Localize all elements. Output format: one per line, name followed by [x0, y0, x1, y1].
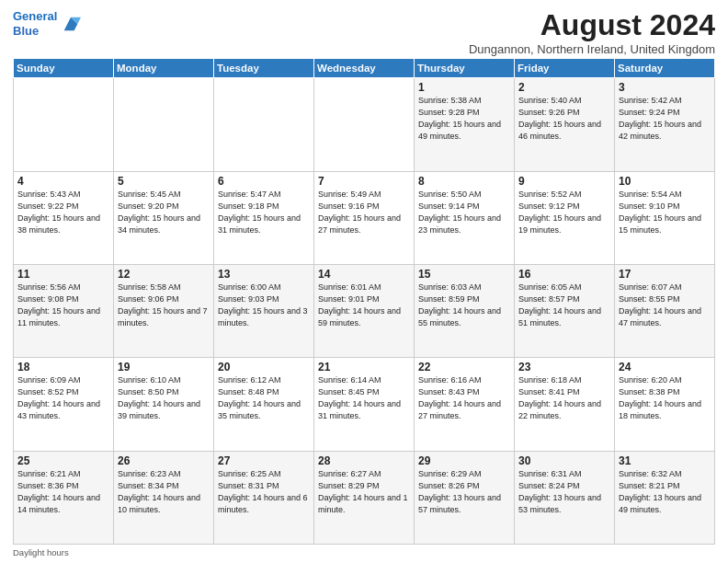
- day-info: Sunrise: 6:10 AM Sunset: 8:50 PM Dayligh…: [118, 374, 210, 422]
- day-info: Sunrise: 6:00 AM Sunset: 9:03 PM Dayligh…: [218, 282, 310, 329]
- day-info: Sunrise: 6:16 AM Sunset: 8:43 PM Dayligh…: [418, 374, 510, 422]
- calendar-cell: 22Sunrise: 6:16 AM Sunset: 8:43 PM Dayli…: [415, 358, 515, 451]
- day-number: 16: [518, 268, 610, 281]
- day-number: 3: [619, 81, 711, 94]
- calendar-week-row: 25Sunrise: 6:21 AM Sunset: 8:36 PM Dayli…: [14, 451, 715, 544]
- calendar-cell: 23Sunrise: 6:18 AM Sunset: 8:41 PM Dayli…: [515, 358, 615, 451]
- calendar-cell: 12Sunrise: 5:58 AM Sunset: 9:06 PM Dayli…: [114, 264, 214, 357]
- calendar-cell: 21Sunrise: 6:14 AM Sunset: 8:45 PM Dayli…: [314, 358, 415, 451]
- day-number: 9: [518, 175, 610, 188]
- day-info: Sunrise: 6:25 AM Sunset: 8:31 PM Dayligh…: [218, 468, 310, 516]
- calendar-cell: 19Sunrise: 6:10 AM Sunset: 8:50 PM Dayli…: [114, 358, 214, 451]
- day-info: Sunrise: 6:23 AM Sunset: 8:34 PM Dayligh…: [118, 468, 210, 516]
- day-info: Sunrise: 6:12 AM Sunset: 8:48 PM Dayligh…: [218, 374, 310, 422]
- day-info: Sunrise: 5:47 AM Sunset: 9:18 PM Dayligh…: [218, 189, 310, 236]
- calendar-cell: 13Sunrise: 6:00 AM Sunset: 9:03 PM Dayli…: [214, 264, 314, 357]
- footer-note: Daylight hours: [13, 547, 715, 557]
- calendar-week-row: 18Sunrise: 6:09 AM Sunset: 8:52 PM Dayli…: [14, 358, 715, 451]
- day-number: 20: [218, 361, 310, 373]
- day-number: 8: [418, 175, 510, 188]
- day-info: Sunrise: 6:14 AM Sunset: 8:45 PM Dayligh…: [318, 374, 410, 422]
- day-number: 24: [619, 361, 711, 373]
- day-info: Sunrise: 6:18 AM Sunset: 8:41 PM Dayligh…: [518, 374, 610, 422]
- day-number: 12: [118, 268, 210, 281]
- day-info: Sunrise: 6:32 AM Sunset: 8:21 PM Dayligh…: [619, 468, 711, 516]
- day-info: Sunrise: 5:43 AM Sunset: 9:22 PM Dayligh…: [17, 189, 109, 236]
- calendar-cell: 17Sunrise: 6:07 AM Sunset: 8:55 PM Dayli…: [615, 264, 715, 357]
- calendar-cell: [114, 78, 214, 171]
- calendar-cell: 25Sunrise: 6:21 AM Sunset: 8:36 PM Dayli…: [14, 451, 114, 544]
- day-number: 19: [118, 361, 210, 373]
- day-number: 17: [619, 268, 711, 281]
- day-info: Sunrise: 5:58 AM Sunset: 9:06 PM Dayligh…: [118, 282, 210, 329]
- day-number: 15: [418, 268, 510, 281]
- day-info: Sunrise: 5:56 AM Sunset: 9:08 PM Dayligh…: [17, 282, 109, 329]
- calendar-day-header: Saturday: [615, 59, 715, 78]
- day-number: 28: [318, 454, 410, 467]
- calendar-cell: 1Sunrise: 5:38 AM Sunset: 9:28 PM Daylig…: [415, 78, 515, 171]
- calendar-header-row: SundayMondayTuesdayWednesdayThursdayFrid…: [14, 59, 715, 78]
- page: General Blue August 2024 Dungannon, Nort…: [0, 0, 728, 563]
- calendar-cell: 5Sunrise: 5:45 AM Sunset: 9:20 PM Daylig…: [114, 171, 214, 264]
- calendar-week-row: 1Sunrise: 5:38 AM Sunset: 9:28 PM Daylig…: [14, 78, 715, 171]
- day-info: Sunrise: 6:07 AM Sunset: 8:55 PM Dayligh…: [619, 282, 711, 329]
- day-info: Sunrise: 6:31 AM Sunset: 8:24 PM Dayligh…: [518, 468, 610, 516]
- calendar-cell: 20Sunrise: 6:12 AM Sunset: 8:48 PM Dayli…: [214, 358, 314, 451]
- calendar-cell: 18Sunrise: 6:09 AM Sunset: 8:52 PM Dayli…: [14, 358, 114, 451]
- day-number: 26: [118, 454, 210, 467]
- calendar-cell: 29Sunrise: 6:29 AM Sunset: 8:26 PM Dayli…: [415, 451, 515, 544]
- calendar-day-header: Thursday: [415, 59, 515, 78]
- calendar-day-header: Tuesday: [214, 59, 314, 78]
- day-number: 29: [418, 454, 510, 467]
- calendar-day-header: Wednesday: [314, 59, 415, 78]
- day-number: 18: [17, 361, 109, 373]
- calendar-cell: 27Sunrise: 6:25 AM Sunset: 8:31 PM Dayli…: [214, 451, 314, 544]
- day-number: 25: [17, 454, 109, 467]
- calendar-cell: 16Sunrise: 6:05 AM Sunset: 8:57 PM Dayli…: [515, 264, 615, 357]
- day-info: Sunrise: 6:27 AM Sunset: 8:29 PM Dayligh…: [318, 468, 410, 516]
- calendar-cell: [214, 78, 314, 171]
- day-number: 14: [318, 268, 410, 281]
- calendar-cell: 8Sunrise: 5:50 AM Sunset: 9:14 PM Daylig…: [415, 171, 515, 264]
- logo: General Blue: [13, 9, 81, 38]
- footer-text: Daylight hours: [13, 547, 69, 557]
- day-number: 5: [118, 175, 210, 188]
- day-number: 2: [518, 81, 610, 94]
- day-number: 30: [518, 454, 610, 467]
- calendar-cell: 24Sunrise: 6:20 AM Sunset: 8:38 PM Dayli…: [615, 358, 715, 451]
- calendar-cell: [14, 78, 114, 171]
- calendar-cell: 6Sunrise: 5:47 AM Sunset: 9:18 PM Daylig…: [214, 171, 314, 264]
- day-number: 13: [218, 268, 310, 281]
- location-title: Dungannon, Northern Ireland, United King…: [469, 42, 715, 56]
- day-info: Sunrise: 6:20 AM Sunset: 8:38 PM Dayligh…: [619, 374, 711, 422]
- calendar-cell: 7Sunrise: 5:49 AM Sunset: 9:16 PM Daylig…: [314, 171, 415, 264]
- calendar-cell: 15Sunrise: 6:03 AM Sunset: 8:59 PM Dayli…: [415, 264, 515, 357]
- day-info: Sunrise: 6:03 AM Sunset: 8:59 PM Dayligh…: [418, 282, 510, 329]
- day-info: Sunrise: 6:21 AM Sunset: 8:36 PM Dayligh…: [17, 468, 109, 516]
- day-info: Sunrise: 5:42 AM Sunset: 9:24 PM Dayligh…: [619, 95, 711, 143]
- day-number: 4: [17, 175, 109, 188]
- calendar-cell: 30Sunrise: 6:31 AM Sunset: 8:24 PM Dayli…: [515, 451, 615, 544]
- calendar-day-header: Friday: [515, 59, 615, 78]
- day-info: Sunrise: 5:50 AM Sunset: 9:14 PM Dayligh…: [418, 189, 510, 236]
- day-info: Sunrise: 5:52 AM Sunset: 9:12 PM Dayligh…: [518, 189, 610, 236]
- calendar-day-header: Sunday: [14, 59, 114, 78]
- day-number: 11: [17, 268, 109, 281]
- day-number: 21: [318, 361, 410, 373]
- day-number: 7: [318, 175, 410, 188]
- day-number: 1: [418, 81, 510, 94]
- day-number: 6: [218, 175, 310, 188]
- day-info: Sunrise: 6:09 AM Sunset: 8:52 PM Dayligh…: [17, 374, 109, 422]
- calendar-cell: 11Sunrise: 5:56 AM Sunset: 9:08 PM Dayli…: [14, 264, 114, 357]
- calendar-cell: 14Sunrise: 6:01 AM Sunset: 9:01 PM Dayli…: [314, 264, 415, 357]
- day-info: Sunrise: 5:38 AM Sunset: 9:28 PM Dayligh…: [418, 95, 510, 143]
- calendar-cell: 9Sunrise: 5:52 AM Sunset: 9:12 PM Daylig…: [515, 171, 615, 264]
- day-info: Sunrise: 6:05 AM Sunset: 8:57 PM Dayligh…: [518, 282, 610, 329]
- day-number: 22: [418, 361, 510, 373]
- logo-icon: [61, 14, 81, 34]
- calendar-cell: 2Sunrise: 5:40 AM Sunset: 9:26 PM Daylig…: [515, 78, 615, 171]
- calendar-cell: 26Sunrise: 6:23 AM Sunset: 8:34 PM Dayli…: [114, 451, 214, 544]
- day-number: 23: [518, 361, 610, 373]
- calendar-cell: 28Sunrise: 6:27 AM Sunset: 8:29 PM Dayli…: [314, 451, 415, 544]
- calendar-cell: 4Sunrise: 5:43 AM Sunset: 9:22 PM Daylig…: [14, 171, 114, 264]
